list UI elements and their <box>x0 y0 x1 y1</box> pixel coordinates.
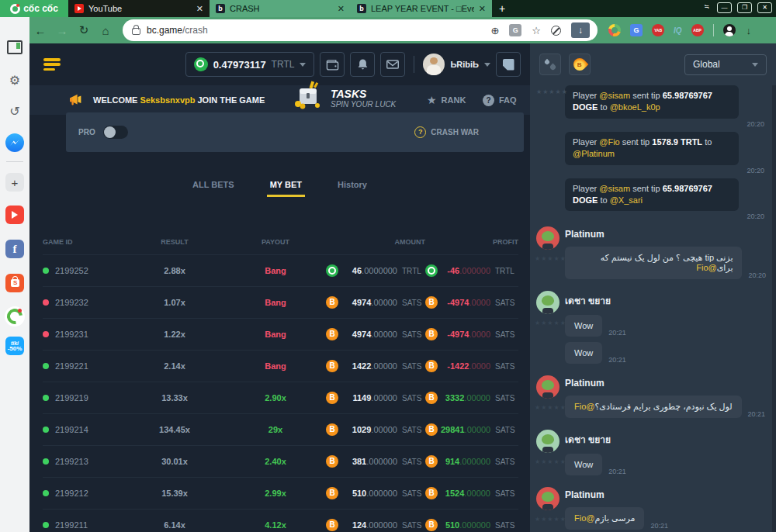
faq-button[interactable]: ? FAQ <box>483 85 517 115</box>
username-label[interactable]: ЬRibiЬ <box>450 60 479 69</box>
chat-username[interactable]: เดชา ขยาย <box>565 293 766 308</box>
payout-value: 29x <box>225 425 326 434</box>
payout-value: Bang <box>225 298 326 307</box>
browser-tab[interactable]: b CRASH ✕ <box>210 0 351 17</box>
crash-war-link[interactable]: ? CRASH WAR <box>414 126 479 138</box>
url-input[interactable]: bc.game/crash ⊕ G ☆ ↓ <box>123 19 598 41</box>
messages-button[interactable] <box>380 52 405 77</box>
iq-extension-icon[interactable]: IQ <box>674 26 682 35</box>
pro-toggle[interactable] <box>103 126 128 139</box>
chat-avatar[interactable] <box>536 226 559 250</box>
abp-extension-icon[interactable]: ABP <box>691 24 704 36</box>
mention-link[interactable]: @Fio <box>574 513 594 523</box>
profit-currency: SATS <box>495 426 518 434</box>
table-row[interactable]: 2199231 1.22x Bang 4974.00000 SATS -4974… <box>43 319 518 351</box>
forward-icon[interactable]: → <box>51 24 73 37</box>
download-page-button[interactable]: ↓ <box>571 22 590 38</box>
history-icon[interactable]: ↺ <box>9 104 19 119</box>
chat-messages[interactable]: ★★★★★ Player @sisam sent tip 65.98769767… <box>530 85 772 532</box>
tab-close-icon[interactable]: ✕ <box>196 4 203 14</box>
yab-extension-icon[interactable]: YAB <box>652 24 664 36</box>
amount-currency: SATS <box>402 299 425 307</box>
table-row[interactable]: 2199221 2.14x Bang 1422.00000 SATS -1422… <box>43 351 518 382</box>
shopee-shortcut-icon[interactable] <box>5 274 24 292</box>
chat-username[interactable]: Platinum <box>565 229 766 240</box>
translate-page-icon[interactable]: G <box>509 24 521 36</box>
table-row[interactable]: 2199232 1.07x Bang 4974.00000 SATS -4974… <box>43 287 518 319</box>
tab-strip: cốc cốc YouTube ✕ b CRASH ✕ b LEAP YEA <box>0 0 776 17</box>
maximize-button[interactable]: ❐ <box>737 2 752 13</box>
new-tab-button[interactable]: + <box>492 0 512 17</box>
currency-coin-icon <box>425 328 438 340</box>
adblock-wheel-icon[interactable] <box>608 24 621 36</box>
game-id: 2199211 <box>55 520 88 530</box>
chat-channel-select[interactable]: Global <box>684 54 767 75</box>
profile-icon[interactable] <box>723 24 736 36</box>
table-row[interactable]: 2199211 6.14x 4.12x 124.000000 SATS 510.… <box>43 510 518 532</box>
chat-username[interactable]: Platinum <box>565 378 766 389</box>
chat-username[interactable]: Platinum <box>565 489 766 500</box>
wallet-button[interactable] <box>320 52 345 77</box>
sidebar-toggle-icon[interactable] <box>7 40 23 54</box>
chat-avatar[interactable] <box>536 430 559 453</box>
mention-link[interactable]: @X_sari <box>610 195 643 205</box>
mention-link[interactable]: @Fio <box>599 137 619 147</box>
browser-tab[interactable]: YouTube ✕ <box>68 0 210 17</box>
table-row[interactable]: 2199213 30.01x 2.40x 381.000000 SATS 914… <box>43 446 518 478</box>
shield-icon[interactable] <box>551 26 561 36</box>
amount-cell: 1029.00000 SATS <box>326 423 425 436</box>
table-row[interactable]: 2199219 13.33x 2.90x 1149.00000 SATS 333… <box>43 382 518 414</box>
mention-link[interactable]: @sisam <box>599 184 630 193</box>
chat-corner-icon <box>503 59 514 71</box>
notifications-button[interactable] <box>350 52 375 77</box>
close-button[interactable]: ✕ <box>757 2 772 13</box>
tab-close-icon[interactable]: ✕ <box>479 4 486 14</box>
mention-link[interactable]: @Fio <box>696 263 716 272</box>
translate-extension-icon[interactable]: G <box>630 24 643 36</box>
menu-hamburger-icon[interactable] <box>43 58 61 71</box>
chat-avatar[interactable] <box>536 487 559 510</box>
mention-link[interactable]: @sisam <box>599 91 630 100</box>
mention-link[interactable]: @Fio <box>574 402 594 411</box>
reload-icon[interactable]: ↻ <box>73 23 95 37</box>
coccoc-game-shortcut-icon[interactable] <box>5 306 25 326</box>
tasks-banner-button[interactable]: TASKS SPIN YOUR LUCK <box>292 81 396 110</box>
tab-close-icon[interactable]: ✕ <box>338 4 345 14</box>
tiki-shortcut-icon[interactable]: tiki -50% <box>5 337 24 355</box>
youtube-shortcut-icon[interactable] <box>5 206 24 224</box>
bet-tab[interactable]: MY BET <box>270 180 302 197</box>
browser-tab[interactable]: b LEAP YEAR EVENT - □Event - ✕ <box>351 0 492 17</box>
chat-username[interactable]: เดชา ขยาย <box>565 432 766 447</box>
messenger-icon[interactable] <box>5 133 24 152</box>
chat-scrollbar[interactable] <box>772 85 776 532</box>
coccoc-brand[interactable]: cốc cốc <box>0 0 68 17</box>
speed-mode-icon[interactable]: ≒ <box>701 2 712 13</box>
mention-link[interactable]: @Platinum <box>573 149 615 158</box>
result-value: 30.01x <box>124 457 225 466</box>
table-row[interactable]: 2199212 15.39x 2.99x 510.000000 SATS 152… <box>43 478 518 510</box>
chat-avatar[interactable] <box>536 291 559 314</box>
minimize-button[interactable]: — <box>717 2 732 13</box>
rank-button[interactable]: ★ RANK <box>427 85 466 115</box>
back-icon[interactable]: ← <box>29 24 51 37</box>
message-time: 20:21 <box>748 410 766 418</box>
downloads-icon[interactable]: ↓ <box>747 25 752 36</box>
bookmark-star-icon[interactable]: ☆ <box>532 25 541 36</box>
chat-avatar[interactable] <box>536 375 559 399</box>
balance-selector[interactable]: 0.47973117 TRTL <box>185 52 315 77</box>
rain-button[interactable] <box>539 54 561 75</box>
table-row[interactable]: 2199214 134.45x 29x 1029.00000 SATS 2984… <box>43 414 518 446</box>
user-avatar[interactable] <box>423 54 445 75</box>
table-row[interactable]: 2199252 2.88x Bang 46.0000000 TRTL -46.0… <box>43 255 518 287</box>
bet-tab[interactable]: History <box>338 180 367 197</box>
home-icon[interactable]: ⌂ <box>95 24 116 37</box>
add-bookmark-icon[interactable]: ⊕ <box>490 25 499 36</box>
add-shortcut-button[interactable]: + <box>5 173 24 192</box>
bet-tab[interactable]: ALL BETS <box>192 180 234 197</box>
chat-toggle-button[interactable] <box>496 52 521 77</box>
mention-link[interactable]: @bkoeL_k0p <box>610 102 660 112</box>
coin-drop-button[interactable]: B <box>569 54 591 75</box>
facebook-shortcut-icon[interactable]: f <box>5 240 24 258</box>
settings-gear-icon[interactable]: ⚙ <box>9 73 20 88</box>
status-dot-icon <box>43 331 49 337</box>
